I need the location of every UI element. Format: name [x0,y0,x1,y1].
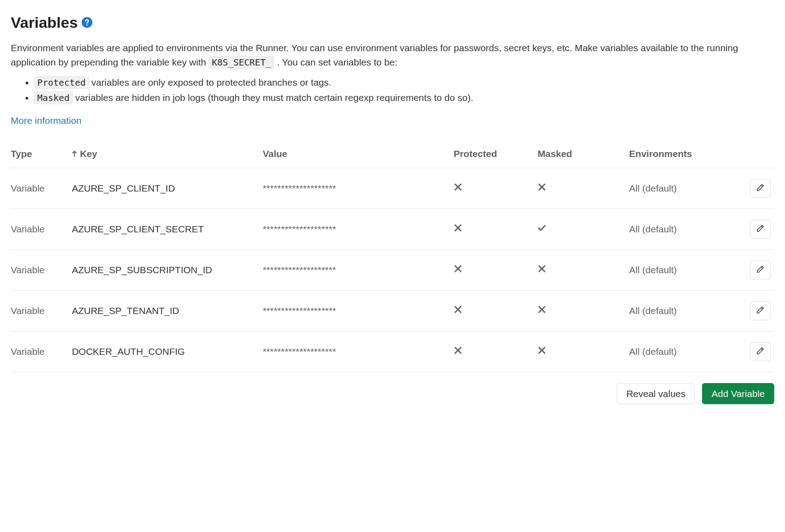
desc-code: K8S_SECRET_ [209,56,274,69]
edit-variable-button[interactable] [750,220,771,239]
cell-key: AZURE_SP_SUBSCRIPTION_ID [72,249,263,290]
x-icon [454,305,462,316]
more-information-link[interactable]: More information [11,115,82,126]
cell-type: Variable [11,249,72,290]
reveal-values-button[interactable]: Reveal values [617,383,695,404]
x-icon [454,224,462,234]
cell-environments: All (default) [629,168,736,209]
pencil-icon [756,265,765,275]
section-title-text: Variables [11,11,78,35]
table-row: VariableAZURE_SP_CLIENT_SECRET**********… [11,209,774,249]
add-variable-button[interactable]: Add Variable [702,383,774,404]
cell-masked [537,331,629,372]
col-key[interactable]: Key [72,142,263,168]
cell-type: Variable [11,331,72,372]
cell-value: ******************** [263,209,454,249]
bullet-protected: Protected variables are only exposed to … [34,75,774,90]
cell-environments: All (default) [629,290,736,331]
x-icon [537,346,546,357]
section-description: Environment variables are applied to env… [11,41,774,70]
bullet-masked-code: Masked [34,92,73,104]
variable-type-bullets: Protected variables are only exposed to … [11,75,774,105]
col-masked[interactable]: Masked [537,142,629,168]
col-environments[interactable]: Environments [629,142,736,168]
edit-variable-button[interactable] [750,342,771,361]
bullet-masked-text: variables are hidden in job logs (though… [73,92,473,103]
col-protected[interactable]: Protected [454,142,537,168]
cell-environments: All (default) [629,209,736,249]
table-row: VariableDOCKER_AUTH_CONFIG**************… [11,331,774,372]
pencil-icon [756,346,765,357]
cell-value: ******************** [263,249,454,290]
footer-actions: Reveal values Add Variable [11,383,774,404]
variables-table: Type Key Value Protected Masked Environm… [11,142,774,372]
x-icon [537,265,546,275]
cell-key: AZURE_SP_CLIENT_ID [72,168,263,209]
x-icon [454,346,462,357]
x-icon [454,265,462,275]
col-value[interactable]: Value [263,142,454,168]
cell-key: AZURE_SP_TENANT_ID [72,290,263,331]
cell-type: Variable [11,209,72,249]
cell-environments: All (default) [629,331,736,372]
help-icon[interactable] [81,17,93,28]
cell-environments: All (default) [629,249,736,290]
cell-value: ******************** [263,331,454,372]
cell-masked [537,168,629,209]
cell-protected [454,209,537,249]
col-key-label: Key [80,148,97,159]
edit-variable-button[interactable] [750,301,771,320]
x-icon [537,183,546,193]
check-icon [537,224,546,234]
cell-value: ******************** [263,168,454,209]
x-icon [454,183,462,193]
x-icon [537,305,546,316]
cell-type: Variable [11,290,72,331]
cell-protected [454,249,537,290]
cell-type: Variable [11,168,72,209]
cell-protected [454,168,537,209]
cell-protected [454,290,537,331]
edit-variable-button[interactable] [750,179,771,198]
cell-value: ******************** [263,290,454,331]
cell-key: DOCKER_AUTH_CONFIG [72,331,263,372]
cell-masked [537,249,629,290]
desc-post: . You can set variables to be: [277,57,397,67]
table-row: VariableAZURE_SP_CLIENT_ID**************… [11,168,774,209]
pencil-icon [756,224,765,234]
cell-masked [537,209,629,249]
svg-point-1 [87,25,88,26]
table-row: VariableAZURE_SP_TENANT_ID**************… [11,290,774,331]
bullet-masked: Masked variables are hidden in job logs … [34,91,774,105]
cell-key: AZURE_SP_CLIENT_SECRET [72,209,263,249]
table-row: VariableAZURE_SP_SUBSCRIPTION_ID********… [11,249,774,290]
section-title: Variables [11,11,774,35]
pencil-icon [756,305,765,316]
col-actions [736,142,774,168]
cell-protected [454,331,537,372]
bullet-protected-text: variables are only exposed to protected … [89,77,331,87]
cell-masked [537,290,629,331]
sort-asc-icon [72,147,78,161]
col-type[interactable]: Type [11,142,72,168]
bullet-protected-code: Protected [34,76,89,89]
pencil-icon [756,183,765,193]
edit-variable-button[interactable] [750,261,771,279]
